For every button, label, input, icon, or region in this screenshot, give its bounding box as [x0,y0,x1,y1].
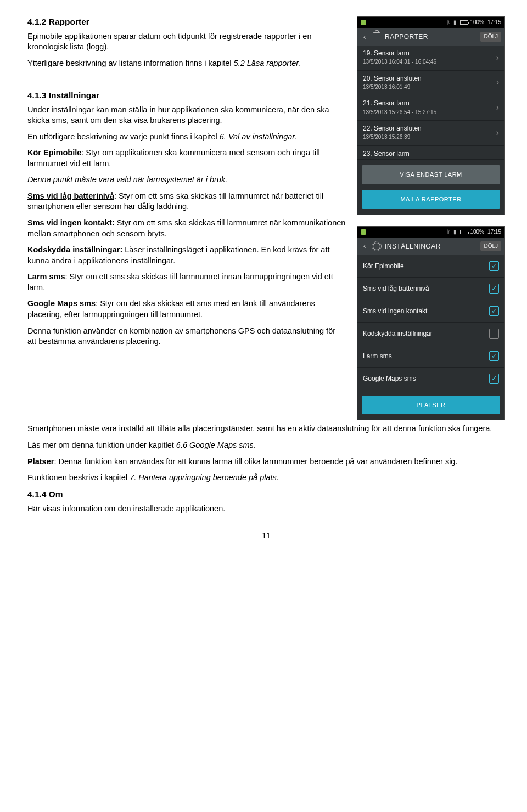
para: Larm sms: Styr om ett sms ska skickas ti… [27,272,346,293]
text-italic: 5.2 Läsa rapporter. [234,59,301,67]
para: Epimobile applikationen sparar datum och… [27,31,346,53]
status-time: 17:15 [487,228,501,236]
battery-percent: 100% [470,228,484,236]
setting-row-run-epimobile[interactable]: Kör Epimobile [357,255,504,278]
label-google-maps-sms: Google Maps sms [27,299,96,308]
list-item[interactable]: 22. Sensor ansluten 13/5/2013 15:26:39 › [357,121,504,146]
list-item[interactable]: 23. Sensor larm [357,146,504,160]
para-italic: Denna punkt måste vara vald när larmsyst… [27,174,346,185]
signal-icon: ▮ [453,19,457,26]
para: Under inställningar kan man ställa in hu… [27,105,346,126]
text-italic: 7. Hantera uppringning beroende på plats… [130,473,279,482]
setting-row-sms-low-battery[interactable]: Sms vid låg batterinivå [357,278,504,300]
checkbox-icon[interactable] [489,306,499,316]
back-icon[interactable]: ‹ [361,32,368,42]
chevron-right-icon: › [496,76,499,88]
battery-indicator: 100% [460,228,484,236]
screenshot-settings: ᛒ ▮ 100% 17:15 ‹ INSTÄLLNINGAR DÖLJ Kör … [357,226,505,421]
heading-4-1-4: 4.1.4 Om [27,489,505,500]
list-item[interactable]: 19. Sensor larm 13/5/2013 16:04:31 - 16:… [357,46,504,71]
report-subtitle: 13/5/2013 16:01:49 [363,83,493,91]
back-icon[interactable]: ‹ [361,241,368,251]
para: Sms vid låg batterinivå: Styr om ett sms… [27,191,346,212]
text: : Styr om ett sms ska skickas till larmn… [27,272,333,292]
para: Denna funktion använder en kombination a… [27,326,346,347]
show-only-alarms-button[interactable]: VISA ENDAST LARM [362,165,500,184]
bluetooth-icon: ᛒ [447,19,450,26]
text-italic: 6. Val av inställningar. [220,132,297,141]
screenshot-reports: ᛒ ▮ 100% 17:15 ‹ RAPPORTER DÖLJ 19. Sens… [357,16,505,215]
gear-icon [373,243,380,250]
android-icon [361,229,366,235]
checkbox-icon[interactable] [489,374,499,384]
text: Ytterligare beskrivning av listans infor… [27,59,234,67]
setting-label: Sms vid låg batterinivå [363,284,429,293]
text: : Denna funktion kan användas för att ku… [54,457,457,466]
hide-button[interactable]: DÖLJ [480,32,501,42]
status-bar: ᛒ ▮ 100% 17:15 [357,227,504,238]
appbar-title: INSTÄLLNINGAR [385,242,476,251]
checkbox-icon[interactable] [489,261,499,271]
label-alarm-sms: Larm sms [27,272,65,281]
setting-row-sms-no-contact[interactable]: Sms vid ingen kontakt [357,300,504,323]
list-item[interactable]: 20. Sensor ansluten 13/5/2013 16:01:49 › [357,71,504,96]
setting-row-alarm-sms[interactable]: Larm sms [357,345,504,368]
status-time: 17:15 [487,19,501,26]
android-icon [361,20,366,25]
battery-percent: 100% [470,19,484,26]
para: Ytterligare beskrivning av listans infor… [27,58,346,69]
heading-4-1-2: 4.1.2 Rapporter [27,16,346,28]
para: Kör Epimobile: Styr om applikationen ska… [27,148,346,169]
report-title: 19. Sensor larm [363,49,493,58]
settings-list: Kör Epimobile Sms vid låg batterinivå Sm… [357,255,504,390]
setting-label: Larm sms [363,352,392,360]
status-bar: ᛒ ▮ 100% 17:15 [357,17,504,28]
places-button[interactable]: PLATSER [362,396,500,415]
report-subtitle: 13/5/2013 15:26:54 - 15:27:15 [363,109,493,116]
chevron-right-icon: › [496,101,499,114]
setting-row-lock-settings[interactable]: Kodskydda inställningar [357,323,504,345]
label-kor-epimobile: Kör Epimobile [27,148,81,157]
setting-label: Kör Epimobile [363,262,404,270]
report-subtitle: 13/5/2013 16:04:31 - 16:04:46 [363,58,493,66]
report-list: 19. Sensor larm 13/5/2013 16:04:31 - 16:… [357,46,504,160]
chevron-right-icon: › [496,52,499,64]
label-lock-settings: Kodskydda inställningar: [27,245,122,254]
report-subtitle: 13/5/2013 15:26:39 [363,133,493,141]
text: Läs mer om denna funktion under kapitlet [27,441,176,449]
bluetooth-icon: ᛒ [447,228,450,236]
checkbox-icon[interactable] [489,351,499,361]
mail-reports-button[interactable]: MAILA RAPPORTER [362,190,500,209]
checkbox-icon[interactable] [489,284,499,294]
para: Kodskydda inställningar: Låser inställni… [27,245,346,266]
heading-4-1-3: 4.1.3 Inställningar [27,90,346,101]
para: Google Maps sms: Styr om det ska skickas… [27,298,346,320]
setting-row-google-maps-sms[interactable]: Google Maps sms [357,368,504,390]
para: Läs mer om denna funktion under kapitlet… [27,440,505,451]
setting-label: Sms vid ingen kontakt [363,307,427,315]
para: Sms vid ingen kontakt: Styr om ett sms s… [27,218,346,239]
setting-label: Kodskydda inställningar [363,329,433,338]
text: Funktionen beskrivs i kapitel [27,473,130,482]
text: En utförligare beskrivning av varje punk… [27,132,220,141]
label-sms-low-battery: Sms vid låg batterinivå [27,191,114,200]
hide-button[interactable]: DÖLJ [480,241,501,251]
report-title: 23. Sensor larm [363,149,499,158]
report-title: 20. Sensor ansluten [363,74,493,83]
para: Här visas information om den installerad… [27,504,505,515]
para: En utförligare beskrivning av varje punk… [27,132,346,143]
checkbox-icon[interactable] [489,329,499,339]
list-item[interactable]: 21. Sensor larm 13/5/2013 15:26:54 - 15:… [357,95,504,121]
para: Platser: Denna funktion kan användas för… [27,456,505,467]
signal-icon: ▮ [453,228,457,236]
text-italic: 6.6 Google Maps sms. [176,441,256,449]
report-title: 22. Sensor ansluten [363,124,493,133]
label-sms-no-contact: Sms vid ingen kontakt: [27,218,115,227]
battery-indicator: 100% [460,19,484,26]
appbar-title: RAPPORTER [385,32,476,41]
chevron-right-icon: › [496,127,499,139]
clipboard-icon [373,32,380,41]
label-places: Platser [27,457,54,466]
para: Funktionen beskrivs i kapitel 7. Hantera… [27,472,505,483]
app-bar: ‹ RAPPORTER DÖLJ [357,28,504,46]
